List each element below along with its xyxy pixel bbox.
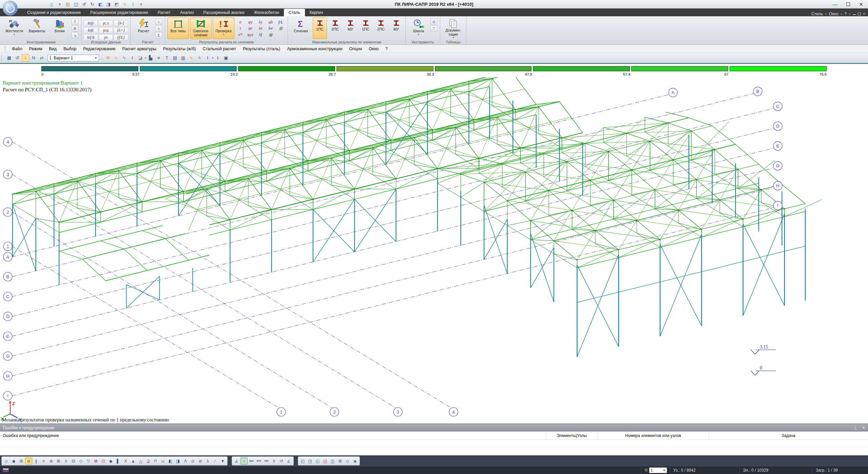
bottom-tool-icon-22[interactable]: ◧ [167,457,174,464]
menu-item-расчет-арматуры[interactable]: Расчет арматуры [119,45,159,52]
bottom-tool-icon-12[interactable]: ⊠ [92,457,99,464]
bottom-tool-icon-7[interactable]: ⊞ [55,457,62,464]
qat-icon-4[interactable]: ↺ [81,1,88,7]
symbol-chip-φb[interactable]: φb [266,19,275,25]
symbol-chip-γc.s[interactable]: γc.s [99,20,113,26]
ribbon-button-му[interactable]: МУ [343,17,358,39]
symbol-chip-φyz[interactable]: φyz [246,32,255,38]
symbol-chip-f/L[interactable]: f/L [276,19,286,25]
projection-icon-6[interactable]: ↺ [278,457,285,464]
toolbar-icon-7[interactable]: ϟ [112,54,120,62]
bottom-tool-icon-4[interactable]: ∥ [33,457,40,464]
menu-item-опции[interactable]: Опции [346,45,365,52]
fragment-icon-4[interactable]: ◫ [329,457,336,464]
language-flag-icon[interactable] [3,468,9,472]
symbol-chip-Iefz[interactable]: Iefz [83,27,98,34]
toolbar-icon-13[interactable]: Τ [163,54,171,62]
ribbon-mini-button-2[interactable]: Σ [155,32,162,38]
projection-icon-3[interactable]: XY▾ [255,457,263,464]
symbol-chip-λw[interactable]: λw [266,25,275,32]
tabbar-menu-?[interactable]: ? [844,12,847,16]
qat-icon-11[interactable]: ▾ [138,1,144,7]
pin-icon[interactable]: ⊥ [853,425,857,430]
bottom-tool-icon-23[interactable]: ◨ [174,457,181,464]
fragment-icon-0[interactable]: ◰ [299,457,306,464]
toolbar-icon-15[interactable]: ▥ [179,54,187,62]
symbol-chip-λz[interactable]: λz [256,25,266,32]
toolbar-icon-6[interactable]: ⚒ [104,54,112,62]
toolbar-icon-3[interactable]: N [30,54,37,62]
ribbon-button-докумен-тация[interactable]: Докумен-тация▾ [442,17,464,39]
mini-minimize-button[interactable] [853,14,856,15]
menu-item-режим[interactable]: Режим [26,45,45,52]
ribbon-mini-button-0[interactable]: ⊙ [430,19,437,25]
bottom-tool-icon-24[interactable]: Λ [182,457,189,464]
close-panel-icon[interactable]: ✕ [862,425,865,430]
menu-item-вид[interactable]: Вид [46,45,60,52]
bottom-tool-icon-20[interactable]: ⊓ [152,457,159,464]
toolbar-icon-9[interactable]: Ι [129,54,136,62]
bottom-tool-icon-26[interactable]: ⊘ [197,457,204,464]
ribbon-button-2пс[interactable]: 2ПС [374,17,388,39]
ribbon-mini-button-1[interactable]: ϟ [155,25,162,32]
projection-icon-0[interactable]: ∠ [233,457,240,464]
tab-Кирпич[interactable]: Кирпич [305,9,328,16]
tab-Расширенный анализ[interactable]: Расширенный анализ [198,9,249,16]
menu-item-результаты-(ж/б)[interactable]: Результаты (ж/б) [160,45,199,52]
tab-Создание и редактирование[interactable]: Создание и редактирование [22,9,85,16]
bottom-tool-icon-5[interactable]: ≡ [40,457,47,464]
symbol-chip-⊠[interactable]: ⊠ [266,32,275,38]
toolbar-icon-12[interactable]: ≡ [155,54,162,62]
bottom-tool-icon-11[interactable]: ▽ [85,457,92,464]
menu-item-армокаменные-конструкции[interactable]: Армокаменные конструкции [284,45,345,52]
bottom-tool-icon-15[interactable]: ▌ [115,457,122,464]
tab-Железобетон[interactable]: Железобетон [249,9,284,16]
bottom-tool-icon-25[interactable]: ⊙ [189,457,196,464]
model-canvas[interactable]: 4321ABCDEGHI1234ABCDEGHI3.150ZXY [0,77,868,423]
toolbar-icon-20[interactable]: ▣ [222,54,230,62]
toolbar-icon-16[interactable]: ϟ [188,54,195,62]
bottom-tool-icon-19[interactable]: ⊒ [144,457,152,464]
ribbon-button-жесткости[interactable]: EIЖесткости▾ [3,17,25,39]
errors-table-row[interactable] [0,447,868,455]
qat-icon-3[interactable]: ◫ [73,1,79,7]
tabbar-menu-Окно[interactable]: Окно [829,12,838,16]
toolbar-icon-11[interactable]: ▙ [147,54,154,62]
symbol-chip-τ[interactable]: τ [235,25,245,32]
ribbon-button-му[interactable]: МУ [389,17,403,39]
symbol-chip-Iefy[interactable]: Iefy [83,20,98,26]
toolbar-icon-17[interactable]: ϟ [196,54,203,62]
fragment-icon-7[interactable]: ◈ [351,457,359,464]
ribbon-button-все-типы[interactable]: Все типы [167,17,189,39]
toolbar-icon-10[interactable]: ◪ [137,54,144,62]
ribbon-button-2пс[interactable]: 2ПС [328,17,342,39]
symbol-chip-λf[interactable]: λf [256,32,266,38]
mini-close-button[interactable]: × [863,12,865,16]
ribbon-button-шкала[interactable]: Шкала▾ [408,17,429,39]
fragment-icon-5[interactable]: ⊞ [336,457,344,464]
bottom-tool-icon-13[interactable]: ⊡ [100,457,107,464]
close-button[interactable]: ✕ [859,2,863,7]
projection-icon-4[interactable]: YZ▾ [263,457,270,464]
bottom-tool-icon-9[interactable]: ⊟ [70,457,77,464]
toolbar-icon-0[interactable]: ▦ [5,54,13,62]
projection-icon-1[interactable]: ↕ [240,457,248,464]
ribbon-mini-button-1[interactable]: ? [430,25,437,32]
ribbon-button-расчет[interactable]: Расчет [133,17,154,39]
tab-Анализ[interactable]: Анализ [175,9,199,16]
variant-combo[interactable]: 1. Вариант 1▼ [47,55,99,61]
symbol-chip-⊞[interactable]: ⊞ [276,25,286,32]
symbol-chip-λy[interactable]: λy [256,19,266,25]
menu-item-стальной-расчет[interactable]: Стальной расчет [199,45,239,52]
bottom-tool-icon-17[interactable]: ▲ [130,457,137,464]
symbol-chip-φy[interactable]: φy [246,19,255,25]
errors-column-header[interactable]: Элементы|Узлы [546,432,598,439]
toolbar-icon-18[interactable]: Ι [204,54,211,62]
menu-item-окно[interactable]: Окно [366,45,382,52]
qat-icon-2[interactable]: ▤ [64,1,71,7]
bottom-tool-icon-29[interactable]: ▼ [219,457,226,464]
ribbon-button-проверка[interactable]: !Проверка▾ [213,17,234,39]
qat-icon-0[interactable]: ▯ [48,1,55,7]
ribbon-mini-button-1[interactable]: R [72,25,78,32]
ribbon-button-сечения[interactable]: ΣСечения [290,17,312,39]
